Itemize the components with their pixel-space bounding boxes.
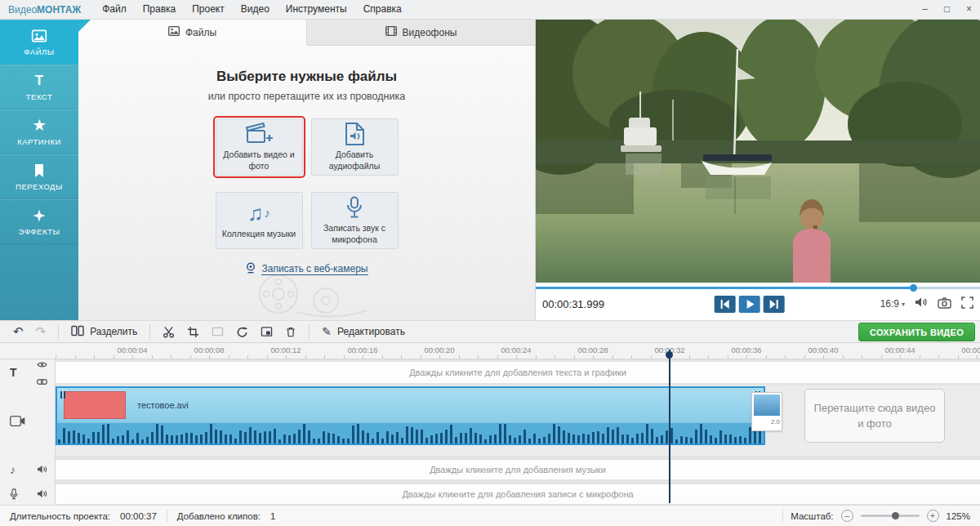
menu-help[interactable]: Справка: [355, 0, 410, 19]
ruler-tick: 00:00:12: [271, 345, 301, 354]
minimize-button[interactable]: –: [914, 0, 936, 19]
sidebar-item-label: КАРТИНКИ: [17, 137, 61, 146]
menu-tools[interactable]: Инструменты: [278, 0, 355, 19]
sidebar: ФАЙЛЫ T ТЕКСТ ★ КАРТИНКИ ПЕРЕХОДЫ ЭФФЕКТ…: [0, 20, 78, 320]
dropzone-text: Перетащите сюда видео и фото: [810, 400, 939, 432]
overlay-pip-button[interactable]: [261, 326, 273, 337]
aspect-ratio-value: 16:9: [880, 298, 899, 310]
crop-button[interactable]: [187, 326, 199, 338]
timeline-ruler[interactable]: 00:00:04 00:00:08 00:00:12 00:00:16 00:0…: [0, 343, 980, 359]
text-track[interactable]: Дважды кликните для добавления текста и …: [56, 361, 980, 384]
tab-video-backgrounds[interactable]: Видеофоны: [307, 20, 535, 45]
statusbar-separator: [167, 510, 167, 522]
playback-timestamp: 00:00:31.999: [542, 298, 604, 310]
music-note-icon: ♪: [10, 463, 16, 476]
fullscreen-icon[interactable]: [961, 296, 973, 312]
music-collection-button[interactable]: ♫♪ Коллекция музыки: [216, 192, 303, 249]
next-frame-button[interactable]: [764, 296, 785, 313]
video-dropzone[interactable]: Перетащите сюда видео и фото: [804, 389, 945, 443]
split-icon: [71, 325, 84, 339]
audio-file-icon: [345, 123, 365, 145]
visibility-eye-icon[interactable]: [37, 357, 47, 372]
undo-button[interactable]: ↶: [13, 324, 24, 339]
aspect-ratio-dropdown[interactable]: 16:9▾: [880, 298, 905, 310]
end-clip-thumbnail: [754, 394, 780, 416]
app-name-suffix: МОНТАЖ: [37, 4, 81, 16]
sidebar-item-label: ПЕРЕХОДЫ: [16, 182, 63, 191]
frame-button[interactable]: [212, 326, 224, 337]
playhead[interactable]: [669, 350, 670, 503]
tracks: T ♪: [0, 359, 980, 505]
zoom-out-button[interactable]: –: [841, 510, 853, 522]
voice-track[interactable]: Дважды кликните для добавления записи с …: [56, 484, 980, 505]
window-controls: – □ ×: [914, 0, 980, 19]
menu-edit[interactable]: Правка: [135, 0, 185, 19]
save-video-button[interactable]: СОХРАНИТЬ ВИДЕО: [858, 323, 975, 341]
preview-controls: 00:00:31.999 16:9▾: [536, 290, 980, 318]
delete-trash-button[interactable]: [285, 326, 296, 338]
rotate-button[interactable]: [236, 326, 248, 338]
play-button[interactable]: [739, 296, 760, 313]
mic-icon: [10, 488, 18, 500]
close-button[interactable]: ×: [958, 0, 980, 19]
ruler-tick: 00:00:08: [194, 345, 225, 354]
end-clip-card[interactable]: 2.0: [751, 392, 782, 431]
panel-heading: Выберите нужные файлы: [78, 69, 535, 85]
button-label: Добавить видео и фото: [220, 149, 299, 171]
text-icon: T: [35, 73, 43, 89]
cut-scissors-button[interactable]: [163, 326, 175, 338]
trim-handle-left[interactable]: [58, 390, 68, 399]
button-label: Коллекция музыки: [222, 229, 296, 239]
add-video-photo-button[interactable]: Добавить видео и фото: [216, 118, 303, 176]
sidebar-item-files[interactable]: ФАЙЛЫ: [0, 20, 78, 65]
active-tab-notch: [78, 20, 91, 32]
menu-video[interactable]: Видео: [233, 0, 278, 19]
sidebar-item-label: ЭФФЕКТЫ: [19, 227, 60, 236]
zoom-slider-knob[interactable]: [892, 512, 899, 519]
voice-track-hint: Дважды кликните для добавления записи с …: [402, 489, 633, 499]
zoom-slider[interactable]: [861, 515, 920, 517]
record-mic-button[interactable]: Записать звук с микрофона: [311, 192, 399, 249]
sidebar-item-transitions[interactable]: ПЕРЕХОДЫ: [0, 154, 78, 199]
tab-files[interactable]: Файлы: [78, 20, 307, 46]
zoom-in-button[interactable]: +: [927, 510, 939, 522]
zoom-controls: Масштаб: – + 125%: [782, 510, 970, 522]
sidebar-item-pictures[interactable]: ★ КАРТИНКИ: [0, 109, 78, 154]
edit-toolbar: ↶ ↷ Разделить ✎ Редактировать СОХРАНИТЬ …: [0, 320, 980, 343]
menu-file[interactable]: Файл: [94, 0, 135, 19]
clapperboard-plus-icon: [245, 123, 273, 145]
snapshot-camera-icon[interactable]: [938, 296, 951, 312]
track-headers: T ♪: [0, 359, 56, 505]
ruler-tick: 00:00:40: [808, 345, 839, 354]
redo-button[interactable]: ↷: [36, 324, 47, 339]
microphone-icon: [345, 196, 363, 219]
sidebar-item-label: ТЕКСТ: [26, 92, 52, 101]
ruler-tick: 00:00:04: [118, 345, 148, 354]
previous-frame-button[interactable]: [715, 296, 736, 313]
sidebar-item-effects[interactable]: ЭФФЕКТЫ: [0, 199, 78, 244]
music-track[interactable]: Дважды кликните для добавления музыки: [56, 459, 980, 480]
panel-subheading: или просто перетащите их из проводника: [78, 91, 535, 102]
timeline-clip[interactable]: тестовое.avi: [56, 386, 765, 445]
ruler-tick: 00:00:48: [962, 345, 980, 354]
speaker-icon[interactable]: [37, 462, 47, 477]
add-audio-button[interactable]: Добавить аудиофайлы: [311, 118, 399, 176]
edit-button[interactable]: ✎ Редактировать: [322, 325, 405, 338]
menu-project[interactable]: Проект: [184, 0, 233, 19]
tab-label: Видеофоны: [403, 27, 457, 38]
button-label: Записать звук с микрофона: [315, 223, 394, 244]
volume-icon[interactable]: [915, 296, 928, 311]
sidebar-item-text[interactable]: T ТЕКСТ: [0, 65, 78, 109]
transport-controls: [715, 296, 785, 313]
video-camera-icon: [10, 416, 25, 426]
action-buttons-grid: Добавить видео и фото Добавить аудиофайл…: [216, 118, 399, 249]
seekbar-fill: [536, 287, 913, 289]
maximize-button[interactable]: □: [936, 0, 958, 19]
music-track-hint: Дважды кликните для добавления музыки: [430, 465, 606, 475]
bookmark-icon: [33, 163, 46, 179]
speaker-icon[interactable]: [37, 487, 47, 501]
files-panel: Файлы Видеофоны Выберите нужные файлы ил…: [78, 20, 536, 320]
split-button[interactable]: Разделить: [71, 325, 137, 339]
ruler-tick: 00:00:44: [885, 345, 915, 354]
ruler-tick: 00:00:16: [348, 345, 378, 354]
